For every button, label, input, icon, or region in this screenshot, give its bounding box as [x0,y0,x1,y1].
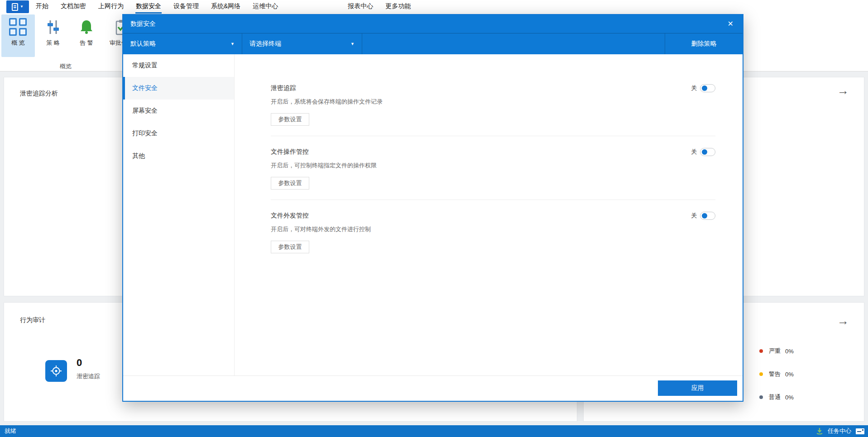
statusbar: 就绪 任务中心 [0,425,868,437]
chevron-down-icon: ▼ [20,5,24,9]
menu-item-start[interactable]: 开始 [35,0,49,14]
section-divider [271,136,715,136]
main-menu: 开始 文档加密 上网行为 数据安全 设备管理 系统&网络 运维中心 报表中心 更… [35,0,411,14]
dialog-title: 数据安全 [130,20,156,28]
leak-trace-toggle[interactable] [700,84,715,92]
policy-dropdown-value: 默认策略 [130,40,156,48]
legend-value: 0% [785,371,794,378]
warning-dot-icon [759,372,763,376]
legend-label: 警告 [769,370,781,378]
dialog-body: 常规设置 文件安全 屏幕安全 打印安全 其他 泄密追踪 关 开启后，系统将会保存… [123,54,743,375]
policy-dropdown[interactable]: 默认策略 ▼ [123,33,242,54]
toggle-state-label: 关 [691,212,697,220]
toggle-knob [702,213,707,218]
sidebar-item-general[interactable]: 常规设置 [123,54,234,77]
ribbon-button-policy-label: 策 略 [46,39,60,47]
legend-value: 0% [785,394,794,401]
ribbon-button-policy[interactable]: 策 略 [36,14,70,57]
section-file-outgoing: 文件外发管控 关 开启后，可对终端外发的文件进行控制 参数设置 [271,212,715,253]
sidebar-item-file-security[interactable]: 文件安全 [123,77,234,100]
toolbar-spacer [362,33,665,54]
legend-item-warning: 警告 0% [759,369,794,379]
ribbon-button-overview[interactable]: 概 览 [1,14,35,57]
toggle-state-label: 关 [691,148,697,156]
section-file-operation: 文件操作管控 关 开启后，可控制终端指定文件的操作权限 参数设置 [271,148,715,190]
section-title: 文件外发管控 [271,212,309,220]
arrow-right-icon[interactable]: → [837,315,849,327]
terminal-dropdown-value: 请选择终端 [249,40,281,48]
legend-value: 0% [785,348,794,355]
legend-label: 普通 [769,393,781,401]
toggle-state-label: 关 [691,84,697,92]
delete-policy-button[interactable]: 删除策略 [665,33,743,54]
sidebar-item-screen-security[interactable]: 屏幕安全 [123,100,234,122]
sliders-icon [44,18,62,36]
overview-grid-icon [9,18,27,36]
section-description: 开启后，可对终端外发的文件进行控制 [271,225,715,233]
menu-item-web-behavior[interactable]: 上网行为 [98,0,124,14]
menu-item-doc-encrypt[interactable]: 文档加密 [60,0,86,14]
legend-item-normal: 普通 0% [759,392,794,402]
section-leak-trace: 泄密追踪 关 开启后，系统将会保存终端的操作文件记录 参数设置 [271,84,715,126]
dialog-sidebar: 常规设置 文件安全 屏幕安全 打印安全 其他 [123,54,235,375]
target-icon [45,360,67,382]
section-description: 开启后，可控制终端指定文件的操作权限 [271,162,715,170]
leak-trace-analysis-title: 泄密追踪分析 [20,90,58,98]
dialog-content: 泄密追踪 关 开启后，系统将会保存终端的操作文件记录 参数设置 文件操作管控 关 [235,54,743,375]
app-menu-button[interactable]: ▼ [6,0,29,13]
menubar: ▼ 开始 文档加密 上网行为 数据安全 设备管理 系统&网络 运维中心 报表中心… [0,0,868,14]
param-settings-button[interactable]: 参数设置 [271,241,309,253]
download-icon [816,428,823,435]
behavior-audit-title: 行为审计 [20,316,45,324]
message-icon[interactable] [856,428,864,434]
ribbon-group-label: 概览 [0,62,131,71]
menu-item-more[interactable]: 更多功能 [385,0,411,14]
donut-legend: 严重 0% 警告 0% 普通 0% [759,346,794,402]
chevron-down-icon: ▼ [350,42,355,46]
close-icon[interactable]: ✕ [728,20,734,28]
menu-item-device-mgmt[interactable]: 设备管理 [173,0,199,14]
dialog-footer: 应用 [123,375,743,401]
sidebar-item-print-security[interactable]: 打印安全 [123,122,234,145]
legend-label: 严重 [769,347,781,355]
section-divider [271,200,715,200]
app-logo-icon [12,3,18,11]
menu-item-ops-center[interactable]: 运维中心 [252,0,278,14]
data-security-dialog: 数据安全 ✕ 默认策略 ▼ 请选择终端 ▼ 删除策略 常规设置 文件安全 屏幕安… [122,14,743,402]
ribbon-button-alert[interactable]: 告 警 [70,14,103,57]
arrow-right-icon[interactable]: → [837,85,849,96]
legend-item-severe: 严重 0% [759,346,794,356]
dialog-toolbar: 默认策略 ▼ 请选择终端 ▼ 删除策略 [123,33,743,54]
section-description: 开启后，系统将会保存终端的操作文件记录 [271,98,715,106]
param-settings-button[interactable]: 参数设置 [271,177,309,190]
bell-icon [77,18,96,36]
ribbon-button-alert-label: 告 警 [80,39,93,47]
dialog-header: 数据安全 ✕ [123,15,743,33]
status-text: 就绪 [5,427,16,435]
toggle-knob [702,149,707,155]
normal-dot-icon [759,395,763,399]
terminal-dropdown[interactable]: 请选择终端 ▼ [242,33,362,54]
task-center-link[interactable]: 任务中心 [828,427,851,435]
param-settings-button[interactable]: 参数设置 [271,113,309,126]
chevron-down-icon: ▼ [230,42,235,46]
severe-dot-icon [759,349,763,353]
ribbon-button-overview-label: 概 览 [11,39,25,47]
leak-trace-count-label: 泄密追踪 [77,372,100,380]
toggle-knob [702,86,707,91]
apply-button[interactable]: 应用 [658,380,737,396]
section-title: 泄密追踪 [271,84,296,92]
file-outgoing-toggle[interactable] [700,212,715,220]
sidebar-item-other[interactable]: 其他 [123,145,234,167]
menu-item-system-network[interactable]: 系统&网络 [211,0,241,14]
menu-item-report-center[interactable]: 报表中心 [347,0,374,14]
leak-trace-count: 0 [77,357,82,369]
section-title: 文件操作管控 [271,148,309,156]
file-operation-toggle[interactable] [700,148,715,156]
menu-item-data-security[interactable]: 数据安全 [135,0,162,14]
